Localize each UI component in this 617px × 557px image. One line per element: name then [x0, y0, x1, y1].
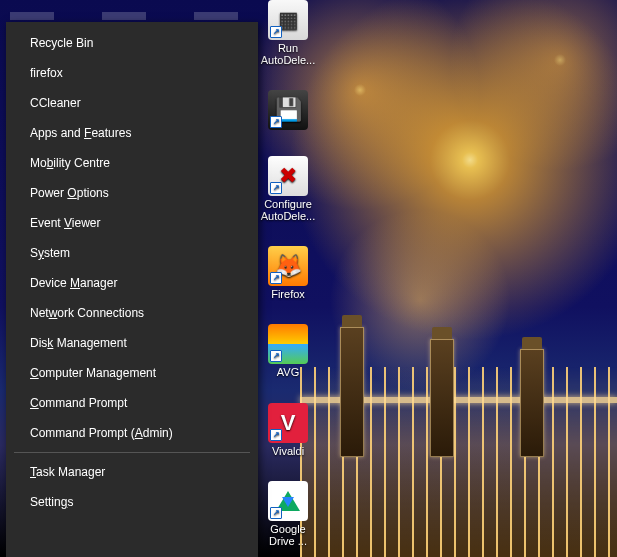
floppy-icon: 💾↗: [268, 90, 308, 130]
menu-item-ccleaner[interactable]: CCleaner: [6, 88, 258, 118]
avg-icon: ↗: [268, 324, 308, 364]
shortcut-arrow-icon: ↗: [270, 182, 282, 194]
wallpaper-towers: [310, 317, 607, 457]
menu-item-command-prompt-admin[interactable]: Command Prompt (Admin): [6, 418, 258, 448]
menu-item-device-manager[interactable]: Device Manager: [6, 268, 258, 298]
menu-item-disk-management[interactable]: Disk Management: [6, 328, 258, 358]
menu-item-network-connections[interactable]: Network Connections: [6, 298, 258, 328]
desktop-icon-firefox[interactable]: 🦊↗Firefox: [258, 246, 318, 300]
desktop-icon-label: Run AutoDele...: [259, 42, 317, 66]
menu-item-system[interactable]: System: [6, 238, 258, 268]
desktop-wallpaper-fireworks[interactable]: ▦↗Run AutoDele...💾↗✖↗Configure AutoDele.…: [0, 0, 617, 557]
desktop-top-row: [0, 0, 257, 22]
menu-item-mobility-centre[interactable]: Mobility Centre: [6, 148, 258, 178]
firefox-icon: 🦊↗: [268, 246, 308, 286]
desktop-icon-avg[interactable]: ↗AVG: [258, 324, 318, 378]
menu-item-power-options[interactable]: Power Options: [6, 178, 258, 208]
winx-context-menu: Recycle BinfirefoxCCleanerApps and Featu…: [6, 22, 258, 557]
desktop-icon-label: Firefox: [271, 288, 305, 300]
menu-item-recycle-bin[interactable]: Recycle Bin: [6, 28, 258, 58]
desktop-icon-google-drive[interactable]: ↗Google Drive ...: [258, 481, 318, 547]
shortcut-arrow-icon: ↗: [270, 116, 282, 128]
run-icon: ▦↗: [268, 0, 308, 40]
shortcut-arrow-icon: ↗: [270, 272, 282, 284]
desktop-icon-label: AVG: [277, 366, 299, 378]
desktop-icon-label: Google Drive ...: [259, 523, 317, 547]
vivaldi-icon: V↗: [268, 403, 308, 443]
shortcut-arrow-icon: ↗: [270, 429, 282, 441]
menu-item-firefox[interactable]: firefox: [6, 58, 258, 88]
menu-separator: [14, 452, 250, 453]
desktop-icon-label: Configure AutoDele...: [259, 198, 317, 222]
menu-item-task-manager[interactable]: Task Manager: [6, 457, 258, 487]
shortcut-arrow-icon: ↗: [270, 507, 282, 519]
desktop-icon-vivaldi[interactable]: V↗Vivaldi: [258, 403, 318, 457]
desktop-icon-configure[interactable]: ✖↗Configure AutoDele...: [258, 156, 318, 222]
menu-item-apps-and-features[interactable]: Apps and Features: [6, 118, 258, 148]
desktop-icon-run[interactable]: ▦↗Run AutoDele...: [258, 0, 318, 66]
google-drive-icon: ↗: [268, 481, 308, 521]
menu-item-event-viewer[interactable]: Event Viewer: [6, 208, 258, 238]
menu-item-settings[interactable]: Settings: [6, 487, 258, 517]
shortcut-arrow-icon: ↗: [270, 350, 282, 362]
menu-item-computer-management[interactable]: Computer Management: [6, 358, 258, 388]
configure-icon: ✖↗: [268, 156, 308, 196]
desktop-icon-column: ▦↗Run AutoDele...💾↗✖↗Configure AutoDele.…: [258, 0, 318, 557]
desktop-icon-label: Vivaldi: [272, 445, 304, 457]
menu-item-command-prompt[interactable]: Command Prompt: [6, 388, 258, 418]
desktop-icon-floppy[interactable]: 💾↗: [258, 90, 318, 132]
shortcut-arrow-icon: ↗: [270, 26, 282, 38]
